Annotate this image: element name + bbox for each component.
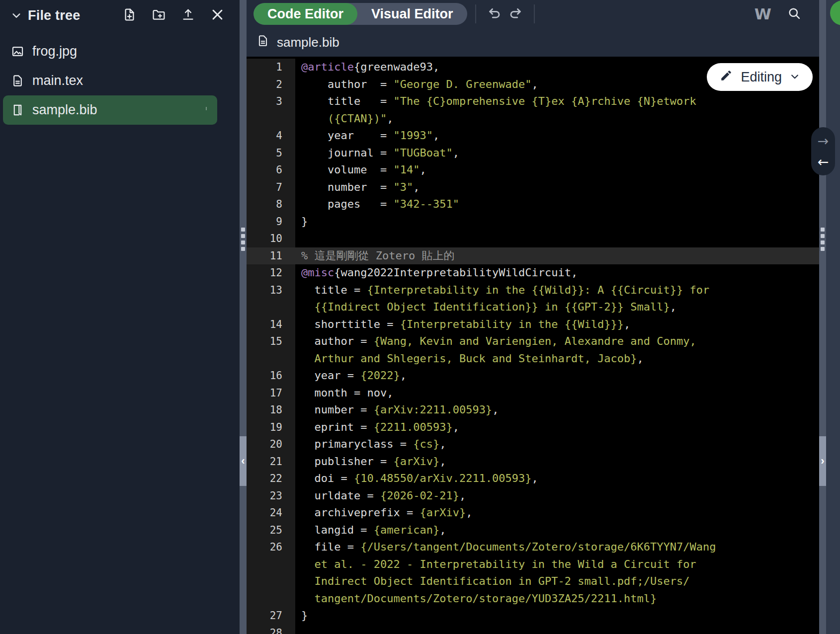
right-rail: → ←	[826, 0, 840, 634]
line-number	[247, 350, 295, 368]
code-text: Indirect Object Identification in GPT-2 …	[295, 573, 819, 590]
new-folder-button[interactable]	[152, 7, 166, 23]
code-line[interactable]: 10	[247, 230, 819, 247]
line-number	[247, 110, 295, 128]
new-file-icon	[122, 7, 137, 23]
right-panel-divider[interactable]: ›	[819, 0, 826, 634]
writefull-icon[interactable]: W	[755, 6, 771, 22]
tab-sample-bib[interactable]: sample.bib	[251, 34, 345, 51]
file-item-sample-bib[interactable]: sample.bib	[3, 95, 217, 125]
code-editor-area[interactable]: Editing 1@article{greenwade93,2 author =…	[247, 57, 819, 634]
code-line[interactable]: 24 archiveprefix = {arXiv},	[247, 504, 819, 522]
code-line[interactable]: 4 year = "1993",	[247, 127, 819, 145]
code-line[interactable]: {{Indirect Object Identification}} in {{…	[247, 299, 819, 316]
code-line[interactable]: 15 author = {Wang, Kevin and Variengien,…	[247, 333, 819, 350]
code-text	[295, 230, 819, 247]
code-line[interactable]: tangent/Documents/Zotero/storage/YUD3ZA2…	[247, 590, 819, 608]
line-number: 5	[247, 145, 295, 162]
code-text: langid = {american},	[295, 522, 819, 539]
line-number: 21	[247, 453, 295, 471]
line-number: 9	[247, 213, 295, 231]
file-tree-actions	[122, 7, 225, 23]
code-line[interactable]: ({CTAN})",	[247, 110, 819, 128]
new-folder-icon	[152, 7, 166, 23]
online-user-avatar[interactable]	[830, 0, 840, 25]
pane-layout-controls: → ←	[811, 127, 835, 175]
code-line[interactable]: 25 langid = {american},	[247, 522, 819, 539]
file-tree-header: File tree	[0, 0, 240, 31]
code-line[interactable]: 9}	[247, 213, 819, 231]
code-line[interactable]: 6 volume = "14",	[247, 161, 819, 179]
close-file-tree-button[interactable]	[210, 7, 225, 23]
editing-mode-dropdown[interactable]: Editing	[707, 63, 813, 91]
chevron-left-icon: ‹	[241, 455, 245, 468]
code-text: }	[295, 213, 819, 231]
code-text: eprint = {2211.00593},	[295, 419, 819, 436]
code-line[interactable]: 21 publisher = {arXiv},	[247, 453, 819, 471]
code-text: volume = "14",	[295, 161, 819, 179]
new-file-button[interactable]	[122, 7, 137, 23]
code-line[interactable]: 16 year = {2022},	[247, 367, 819, 385]
chevron-down-icon[interactable]	[11, 10, 22, 21]
expand-pdf-panel-button[interactable]: ›	[819, 436, 826, 486]
line-number	[247, 556, 295, 573]
file-item-frog-jpg[interactable]: frog.jpg	[0, 37, 240, 66]
open-file-tab-bar: sample.bib	[247, 28, 819, 57]
code-line[interactable]: 23 urldate = {2026-02-21},	[247, 487, 819, 505]
open-pdf-arrow-button[interactable]: →	[818, 134, 829, 148]
file-tree-title: File tree	[28, 8, 80, 23]
code-text: archiveprefix = {arXiv},	[295, 504, 819, 522]
undo-button[interactable]	[484, 6, 505, 22]
code-text: {{Indirect Object Identification}} in {{…	[295, 299, 819, 316]
code-line[interactable]: Indirect Object Identification in GPT-2 …	[247, 573, 819, 590]
code-line[interactable]: 28	[247, 625, 819, 634]
code-line[interactable]: 12@misc{wang2022InterpretabilityWildCirc…	[247, 264, 819, 282]
redo-button[interactable]	[505, 6, 526, 22]
line-number: 8	[247, 196, 295, 213]
visual-editor-tab[interactable]: Visual Editor	[357, 3, 467, 25]
code-line[interactable]: et al. - 2022 - Interpretability in the …	[247, 556, 819, 573]
code-editor-tab[interactable]: Code Editor	[253, 3, 357, 25]
code-line[interactable]: 7 number = "3",	[247, 179, 819, 196]
image-icon	[11, 45, 24, 58]
code-line[interactable]: 27}	[247, 607, 819, 625]
collapse-file-tree-button[interactable]: ‹	[240, 436, 247, 486]
kebab-menu-icon[interactable]	[204, 102, 208, 119]
editor-toolbar: Code Editor Visual Editor W	[247, 0, 819, 28]
code-text: @misc{wang2022InterpretabilityWildCircui…	[295, 264, 819, 282]
code-text: % 這是剛剛從 Zotero 貼上的	[295, 247, 819, 265]
drag-handle-icon[interactable]	[821, 228, 825, 251]
upload-button[interactable]	[181, 7, 195, 23]
file-item-main-tex[interactable]: main.tex	[0, 66, 240, 95]
code-line[interactable]: 19 eprint = {2211.00593},	[247, 419, 819, 436]
code-text: primaryclass = {cs},	[295, 436, 819, 453]
line-number: 27	[247, 607, 295, 625]
code-line[interactable]: 17 month = nov,	[247, 385, 819, 402]
left-panel-divider[interactable]: ‹	[240, 0, 247, 634]
code-line[interactable]: 5 journal = "TUGBoat",	[247, 145, 819, 162]
code-text: number = "3",	[295, 179, 819, 196]
code-text: tangent/Documents/Zotero/storage/YUD3ZA2…	[295, 590, 819, 608]
code-line[interactable]: 26 file = {/Users/tangent/Documents/Zote…	[247, 539, 819, 556]
line-number: 17	[247, 385, 295, 402]
code-line[interactable]: 8 pages = "342--351"	[247, 196, 819, 213]
file-icon	[256, 34, 269, 51]
code-line[interactable]: 20 primaryclass = {cs},	[247, 436, 819, 453]
code-text: title = "The {C}omprehensive {T}ex {A}rc…	[295, 93, 819, 110]
drag-handle-icon[interactable]	[241, 228, 245, 251]
expand-editor-arrow-button[interactable]: ←	[818, 155, 829, 168]
chevron-down-icon	[790, 70, 800, 85]
code-line[interactable]: 14 shorttitle = {Interpretability in the…	[247, 316, 819, 333]
code-line-active[interactable]: 11% 這是剛剛從 Zotero 貼上的	[247, 247, 819, 265]
line-number: 13	[247, 282, 295, 299]
code-text: shorttitle = {Interpretability in the {{…	[295, 316, 819, 333]
code-line[interactable]: Arthur and Shlegeris, Buck and Steinhard…	[247, 350, 819, 368]
tab-filename: sample.bib	[277, 35, 339, 50]
search-button[interactable]	[784, 6, 804, 22]
line-number	[247, 573, 295, 590]
code-line[interactable]: 18 number = {arXiv:2211.00593},	[247, 401, 819, 419]
code-line[interactable]: 22 doi = {10.48550/arXiv.2211.00593},	[247, 470, 819, 487]
code-line[interactable]: 3 title = "The {C}omprehensive {T}ex {A}…	[247, 93, 819, 110]
code-line[interactable]: 13 title = {Interpretability in the {{Wi…	[247, 282, 819, 299]
code-text: ({CTAN})",	[295, 110, 819, 128]
